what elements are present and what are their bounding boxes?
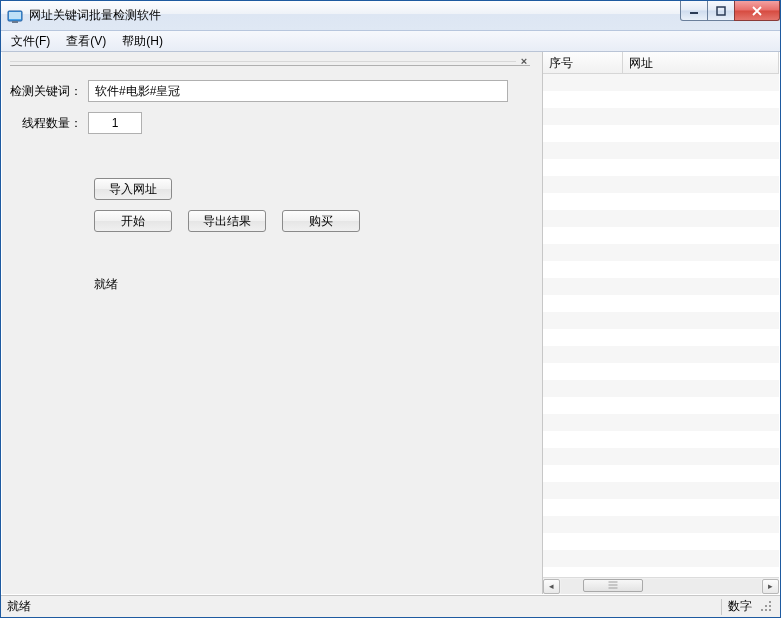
list-row <box>543 244 779 261</box>
start-button[interactable]: 开始 <box>94 210 172 232</box>
window-title: 网址关键词批量检测软件 <box>29 7 161 24</box>
pane-header: × <box>10 58 530 66</box>
pane-status: 就绪 <box>94 276 530 293</box>
list-row <box>543 210 779 227</box>
list-row <box>543 278 779 295</box>
keywords-input[interactable] <box>88 80 508 102</box>
horizontal-scrollbar[interactable]: ◂ ▸ <box>543 577 779 594</box>
statusbar: 就绪 数字 <box>1 595 780 617</box>
svg-rect-3 <box>690 12 698 14</box>
menu-view[interactable]: 查看(V) <box>58 31 114 52</box>
list-row <box>543 108 779 125</box>
list-body[interactable] <box>543 74 779 577</box>
list-row <box>543 227 779 244</box>
minimize-button[interactable] <box>680 1 708 21</box>
list-row <box>543 482 779 499</box>
right-pane: 序号 网址 <box>542 52 779 594</box>
menubar: 文件(F) 查看(V) 帮助(H) <box>1 31 780 52</box>
titlebar[interactable]: 网址关键词批量检测软件 <box>1 1 780 31</box>
list-row <box>543 431 779 448</box>
list-row <box>543 465 779 482</box>
list-row <box>543 414 779 431</box>
list-row <box>543 533 779 550</box>
svg-rect-2 <box>12 21 18 23</box>
action-row: 开始 导出结果 购买 <box>94 210 530 232</box>
threads-input[interactable] <box>88 112 142 134</box>
close-button[interactable] <box>734 1 780 21</box>
list-row <box>543 142 779 159</box>
list-row <box>543 74 779 91</box>
scroll-left-icon[interactable]: ◂ <box>543 579 560 594</box>
list-row <box>543 261 779 278</box>
list-row <box>543 125 779 142</box>
import-row: 导入网址 <box>94 178 530 200</box>
list-row <box>543 295 779 312</box>
list-row <box>543 499 779 516</box>
col-url[interactable]: 网址 <box>623 52 779 73</box>
list-header: 序号 网址 <box>543 52 779 74</box>
export-button[interactable]: 导出结果 <box>188 210 266 232</box>
window-controls <box>681 1 780 21</box>
list-row <box>543 448 779 465</box>
buy-button[interactable]: 购买 <box>282 210 360 232</box>
app-icon <box>7 8 23 24</box>
app-window: 网址关键词批量检测软件 文件(F) 查看(V) 帮助(H) × 检测关键词： <box>0 0 781 618</box>
col-index[interactable]: 序号 <box>543 52 623 73</box>
list-row <box>543 329 779 346</box>
statusbar-left: 就绪 <box>7 598 31 615</box>
scroll-thumb[interactable] <box>583 579 643 592</box>
pane-close-icon[interactable]: × <box>518 56 530 68</box>
list-row <box>543 176 779 193</box>
resize-grip-icon[interactable] <box>760 600 774 614</box>
keywords-label: 检测关键词： <box>10 83 88 100</box>
list-row <box>543 91 779 108</box>
maximize-button[interactable] <box>707 1 735 21</box>
client-area: × 检测关键词： 线程数量： 导入网址 开始 导出结果 购买 就绪 <box>1 52 780 595</box>
threads-label: 线程数量： <box>10 115 88 132</box>
list-rows <box>543 74 779 577</box>
svg-rect-4 <box>717 7 725 15</box>
list-row <box>543 550 779 567</box>
left-pane: × 检测关键词： 线程数量： 导入网址 开始 导出结果 购买 就绪 <box>2 52 538 594</box>
import-button[interactable]: 导入网址 <box>94 178 172 200</box>
statusbar-right: 数字 <box>728 598 752 615</box>
threads-row: 线程数量： <box>10 112 530 134</box>
list-row <box>543 193 779 210</box>
list-row <box>543 159 779 176</box>
svg-rect-1 <box>9 12 21 19</box>
list-row <box>543 397 779 414</box>
scroll-right-icon[interactable]: ▸ <box>762 579 779 594</box>
list-row <box>543 380 779 397</box>
list-row <box>543 363 779 380</box>
list-row <box>543 516 779 533</box>
list-row <box>543 346 779 363</box>
scroll-track[interactable] <box>561 579 761 594</box>
statusbar-sep <box>721 599 722 615</box>
keywords-row: 检测关键词： <box>10 80 530 102</box>
menu-help[interactable]: 帮助(H) <box>114 31 171 52</box>
menu-file[interactable]: 文件(F) <box>3 31 58 52</box>
list-row <box>543 567 779 577</box>
list-row <box>543 312 779 329</box>
